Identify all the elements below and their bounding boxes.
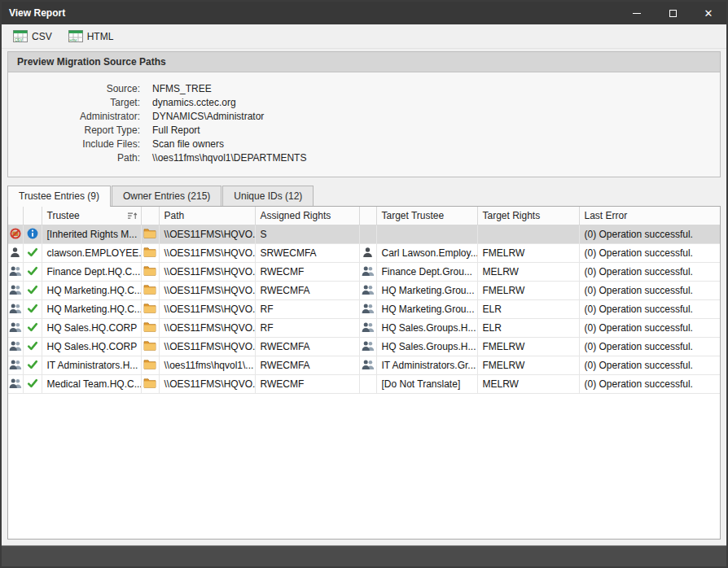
sort-ascending-icon bbox=[127, 212, 138, 221]
column-header-icon[interactable] bbox=[359, 207, 376, 225]
table-row[interactable]: clawson.EMPLOYEE...\\OES11FMS\HQVO...SRW… bbox=[8, 244, 720, 263]
info-row-path: Path:\\oes11fms\hqvol1\DEPARTMENTS bbox=[8, 151, 720, 165]
path-type-cell bbox=[141, 282, 159, 300]
path-cell: \\OES11FMS\HQVO... bbox=[159, 300, 255, 319]
status-cell bbox=[23, 282, 42, 300]
status-cell bbox=[23, 300, 42, 319]
column-header-target-rights[interactable]: Target Rights bbox=[477, 207, 579, 225]
target-type-cell bbox=[359, 263, 376, 282]
table-row[interactable]: [Inherited Rights M...\\OES11FMS\HQVO...… bbox=[8, 225, 720, 244]
close-button[interactable]: ✕ bbox=[691, 2, 726, 24]
last-error-cell: (0) Operation successful. bbox=[579, 356, 720, 375]
target-trustee-cell: IT Administrators.Gr... bbox=[376, 356, 477, 375]
path-cell: \\oes11fms\hqvol1\... bbox=[159, 356, 255, 375]
window-footer bbox=[2, 545, 726, 566]
svg-text:CSV: CSV bbox=[15, 38, 23, 42]
column-header-icon[interactable] bbox=[23, 207, 42, 225]
preview-header: Preview Migration Source Paths bbox=[8, 52, 720, 72]
group-icon bbox=[9, 359, 22, 370]
assigned-rights-cell: RWECMF bbox=[255, 263, 359, 282]
group-icon bbox=[362, 284, 375, 295]
path-cell: \\OES11FMS\HQVO... bbox=[159, 319, 255, 338]
info-row-source: Source:NFMS_TREE bbox=[8, 82, 720, 96]
group-icon bbox=[9, 284, 22, 295]
path-cell: \\OES11FMS\HQVO... bbox=[159, 225, 255, 244]
path-cell: \\OES11FMS\HQVO... bbox=[159, 263, 255, 282]
status-cell bbox=[23, 319, 42, 338]
maximize-icon bbox=[669, 10, 677, 17]
trustee-cell: HQ Sales.HQ.CORP bbox=[42, 319, 141, 338]
status-cell bbox=[23, 225, 42, 244]
minimize-button[interactable] bbox=[619, 2, 655, 24]
group-icon bbox=[362, 265, 375, 277]
html-button-label: HTML bbox=[87, 31, 114, 42]
assigned-rights-cell: RF bbox=[255, 300, 359, 319]
table-row[interactable]: HQ Sales.HQ.CORP\\OES11FMS\HQVO...RWECMF… bbox=[8, 338, 720, 356]
status-cell bbox=[23, 375, 42, 394]
maximize-button[interactable] bbox=[655, 2, 691, 24]
status-cell bbox=[23, 263, 42, 282]
info-label: Report Type: bbox=[8, 124, 140, 138]
check-icon bbox=[27, 340, 38, 352]
last-error-cell: (0) Operation successful. bbox=[579, 244, 720, 263]
tab-owner-entries-215[interactable]: Owner Entries (215) bbox=[112, 186, 221, 206]
column-header-assigned-rights[interactable]: Assigned Rights bbox=[255, 207, 359, 225]
target-rights-cell: MELRW bbox=[477, 375, 579, 394]
assigned-rights-cell: RWECMF bbox=[255, 375, 359, 394]
tab-unique-ids-12[interactable]: Unique IDs (12) bbox=[222, 186, 314, 206]
path-cell: \\OES11FMS\HQVO... bbox=[159, 338, 255, 356]
tab-trustee-entries-9[interactable]: Trustee Entries (9) bbox=[7, 186, 111, 207]
folder-icon bbox=[143, 303, 156, 313]
folder-icon bbox=[143, 265, 156, 276]
close-icon: ✕ bbox=[704, 8, 713, 19]
check-icon bbox=[27, 265, 38, 277]
table-row[interactable]: HQ Marketing.HQ.C...\\OES11FMS\HQVO...RW… bbox=[8, 282, 720, 300]
info-row-include-files: Include Files:Scan file owners bbox=[8, 138, 720, 151]
export-csv-button[interactable]: CSV CSV bbox=[6, 26, 59, 46]
trustee-cell: clawson.EMPLOYEE... bbox=[42, 244, 141, 263]
target-type-cell bbox=[359, 225, 376, 244]
table-row[interactable]: IT Administrators.H...\\oes11fms\hqvol1\… bbox=[8, 356, 720, 375]
column-header-path[interactable]: Path bbox=[159, 207, 255, 225]
html-file-icon: HTM bbox=[68, 30, 83, 42]
group-icon bbox=[362, 303, 375, 314]
target-rights-cell: FMELRW bbox=[477, 244, 579, 263]
path-type-cell bbox=[141, 225, 159, 244]
column-header-last-error[interactable]: Last Error bbox=[579, 207, 720, 225]
assigned-rights-cell: RF bbox=[255, 319, 359, 338]
window-title: View Report bbox=[2, 7, 619, 19]
target-trustee-cell: HQ Marketing.Grou... bbox=[376, 282, 477, 300]
table-row[interactable]: Medical Team.HQ.C...\\OES11FMS\HQVO...RW… bbox=[8, 375, 720, 394]
column-header-label: Trustee bbox=[47, 210, 80, 221]
trustee-cell: [Inherited Rights M... bbox=[42, 225, 141, 244]
path-type-cell bbox=[141, 356, 159, 375]
target-trustee-cell: HQ Sales.Groups.H... bbox=[376, 338, 477, 356]
table-row[interactable]: HQ Sales.HQ.CORP\\OES11FMS\HQVO...RFHQ S… bbox=[8, 319, 720, 338]
group-icon bbox=[362, 359, 375, 370]
info-icon bbox=[27, 228, 38, 239]
folder-icon bbox=[143, 247, 156, 257]
info-value: dynamics.cctec.org bbox=[152, 96, 236, 110]
target-rights-cell: FMELRW bbox=[477, 338, 579, 356]
target-rights-cell: FMELRW bbox=[477, 356, 579, 375]
trustee-entries-table: TrusteePathAssigned RightsTarget Trustee… bbox=[8, 207, 720, 394]
trustee-type-cell bbox=[8, 300, 23, 319]
column-header-trustee[interactable]: Trustee bbox=[42, 207, 141, 225]
target-type-cell bbox=[359, 300, 376, 319]
table-row[interactable]: Finance Dept.HQ.C...\\OES11FMS\HQVO...RW… bbox=[8, 263, 720, 282]
svg-text:HTM: HTM bbox=[69, 38, 77, 42]
trustee-type-cell bbox=[8, 244, 23, 263]
column-header-icon[interactable] bbox=[8, 207, 23, 225]
column-header-target-trustee[interactable]: Target Trustee bbox=[376, 207, 477, 225]
trustee-type-cell bbox=[8, 319, 23, 338]
info-fields: Source:NFMS_TREETarget:dynamics.cctec.or… bbox=[8, 72, 720, 177]
target-trustee-cell: [Do Not Translate] bbox=[376, 375, 477, 394]
table-row[interactable]: HQ Marketing.HQ.C...\\OES11FMS\HQVO...RF… bbox=[8, 300, 720, 319]
group-icon bbox=[9, 321, 22, 333]
tab-bar: Trustee Entries (9)Owner Entries (215)Un… bbox=[7, 186, 721, 206]
assigned-rights-cell: SRWECMFA bbox=[255, 244, 359, 263]
column-header-icon[interactable] bbox=[141, 207, 159, 225]
group-icon bbox=[362, 321, 375, 333]
export-html-button[interactable]: HTM HTML bbox=[61, 26, 121, 46]
target-trustee-cell bbox=[376, 225, 477, 244]
